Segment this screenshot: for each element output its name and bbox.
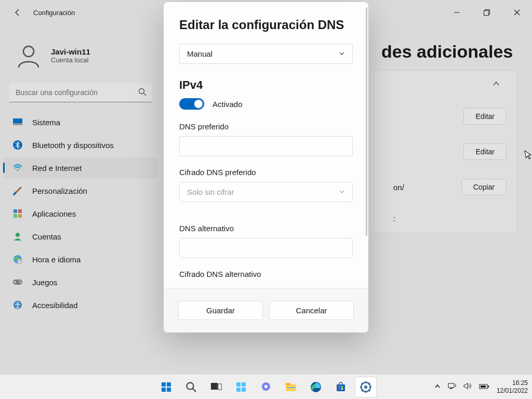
svg-rect-33 — [242, 388, 246, 392]
clock[interactable]: 16:25 12/01/2022 — [497, 379, 528, 394]
enc-preferred-label: Cifrado DNS preferido — [179, 168, 353, 177]
svg-rect-43 — [339, 388, 340, 390]
svg-rect-23 — [167, 382, 171, 387]
clock-date: 12/01/2022 — [497, 387, 528, 394]
svg-rect-37 — [286, 383, 290, 385]
toggle-state-label: Activado — [212, 100, 243, 109]
svg-rect-40 — [337, 384, 345, 391]
svg-rect-56 — [450, 388, 453, 389]
cancel-button[interactable]: Cancelar — [269, 301, 354, 320]
svg-rect-55 — [448, 383, 454, 388]
chevron-down-icon — [339, 49, 345, 58]
svg-rect-24 — [162, 388, 166, 392]
dns-alt-input[interactable] — [179, 238, 353, 258]
ipv4-toggle[interactable] — [179, 98, 204, 110]
search-button[interactable] — [180, 377, 202, 397]
save-button[interactable]: Guardar — [178, 301, 263, 320]
dns-alt-label: DNS alternativo — [179, 224, 353, 233]
store-button[interactable] — [330, 377, 352, 397]
dns-preferred-label: DNS preferido — [179, 122, 353, 131]
svg-line-27 — [193, 389, 196, 392]
settings-button[interactable] — [355, 377, 377, 397]
tray-chevron-icon[interactable] — [434, 383, 441, 391]
svg-rect-31 — [242, 382, 246, 387]
dns-mode-select[interactable]: Manual — [179, 44, 353, 64]
taskbar: 16:25 12/01/2022 — [0, 374, 532, 399]
taskview-button[interactable] — [205, 377, 227, 397]
svg-rect-25 — [167, 388, 171, 392]
modal-overlay: Editar la configuración DNS Manual IPv4 … — [0, 0, 532, 399]
select-value: Manual — [187, 49, 212, 58]
svg-point-46 — [364, 385, 367, 389]
select-value: Solo sin cifrar — [187, 188, 234, 196]
svg-rect-41 — [339, 386, 340, 388]
enc-alt-label: Cifrado DNS alternativo — [179, 270, 353, 278]
widgets-button[interactable] — [230, 377, 252, 397]
svg-rect-59 — [481, 385, 486, 388]
explorer-button[interactable] — [280, 377, 302, 397]
scrollbar[interactable] — [366, 7, 367, 236]
ipv4-heading: IPv4 — [179, 78, 353, 92]
svg-rect-32 — [236, 388, 241, 392]
volume-icon[interactable] — [463, 382, 472, 391]
svg-point-35 — [264, 385, 268, 388]
svg-rect-22 — [162, 382, 166, 387]
chevron-down-icon — [339, 188, 345, 196]
svg-rect-38 — [287, 387, 295, 388]
edge-button[interactable] — [305, 377, 327, 397]
enc-preferred-select[interactable]: Solo sin cifrar — [179, 182, 353, 202]
svg-rect-29 — [218, 384, 221, 390]
battery-icon[interactable] — [479, 383, 489, 391]
clock-time: 16:25 — [497, 379, 528, 387]
network-icon[interactable] — [448, 382, 456, 391]
svg-rect-28 — [211, 383, 218, 390]
svg-rect-30 — [236, 382, 241, 387]
svg-point-26 — [187, 382, 194, 389]
dialog-title: Editar la configuración DNS — [179, 18, 353, 32]
dns-preferred-input[interactable] — [179, 136, 353, 156]
svg-rect-42 — [341, 386, 343, 388]
dns-settings-dialog: Editar la configuración DNS Manual IPv4 … — [164, 2, 368, 332]
chat-button[interactable] — [255, 377, 277, 397]
svg-rect-58 — [488, 385, 489, 388]
start-button[interactable] — [155, 377, 177, 397]
svg-rect-44 — [341, 388, 343, 390]
